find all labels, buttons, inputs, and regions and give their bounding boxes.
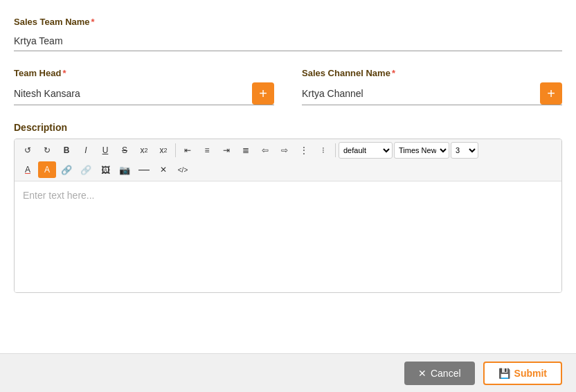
- team-head-label: Team Head*: [14, 68, 274, 78]
- submit-icon: 💾: [498, 368, 510, 379]
- font-bg-button[interactable]: A: [38, 161, 56, 178]
- italic-button[interactable]: I: [77, 142, 95, 159]
- sales-channel-add-button[interactable]: +: [540, 82, 562, 105]
- toolbar-separator-2: [335, 143, 336, 157]
- description-editor: ↺ ↻ B I U S x2 x2 ⇤ ≡ ⇥ ≣ ⇦ ⇨ ⋮ ⁝: [14, 139, 562, 293]
- align-left-button[interactable]: ⇤: [179, 142, 197, 159]
- sales-channel-input[interactable]: [302, 84, 534, 103]
- image-button[interactable]: 🖼: [96, 161, 114, 178]
- clear-format-button[interactable]: ✕: [154, 161, 172, 178]
- subscript-button[interactable]: x2: [135, 142, 153, 159]
- redo-button[interactable]: ↻: [38, 142, 56, 159]
- video-button[interactable]: 📷: [116, 161, 134, 178]
- cancel-icon: ✕: [418, 368, 426, 379]
- align-justify-button[interactable]: ≣: [237, 142, 255, 159]
- editor-body[interactable]: Enter text here...: [15, 181, 561, 292]
- undo-button[interactable]: ↺: [19, 142, 37, 159]
- indent-decrease-button[interactable]: ⇦: [256, 142, 274, 159]
- unlink-button[interactable]: 🔗: [77, 161, 95, 178]
- link-button[interactable]: 🔗: [57, 161, 75, 178]
- indent-increase-button[interactable]: ⇨: [276, 142, 294, 159]
- font-size-select[interactable]: 3 1 2 4 5 6: [451, 142, 478, 159]
- align-right-button[interactable]: ⇥: [217, 142, 235, 159]
- superscript-button[interactable]: x2: [154, 142, 172, 159]
- sales-channel-label: Sales Channel Name*: [302, 68, 562, 78]
- font-select[interactable]: Times New Arial Verdana: [394, 142, 449, 159]
- toolbar-separator-1: [175, 143, 176, 157]
- editor-placeholder: Enter text here...: [23, 190, 95, 201]
- sales-team-name-label: Sales Team Name*: [14, 17, 562, 27]
- hr-button[interactable]: —: [135, 161, 153, 178]
- description-label: Description: [14, 122, 562, 133]
- font-color-button[interactable]: A: [19, 161, 37, 178]
- ordered-list-button[interactable]: ⁝: [314, 142, 332, 159]
- sales-team-name-input[interactable]: [14, 31, 562, 51]
- bold-button[interactable]: B: [57, 142, 75, 159]
- cancel-button[interactable]: ✕ Cancel: [404, 362, 475, 385]
- strikethrough-button[interactable]: S: [116, 142, 134, 159]
- format-select[interactable]: default Heading 1 Heading 2 Paragraph: [339, 142, 393, 159]
- align-center-button[interactable]: ≡: [198, 142, 216, 159]
- team-head-input[interactable]: [14, 84, 246, 103]
- submit-button[interactable]: 💾 Submit: [483, 362, 562, 385]
- bullet-list-button[interactable]: ⋮: [295, 142, 313, 159]
- footer-bar: ✕ Cancel 💾 Submit: [0, 353, 576, 392]
- code-button[interactable]: </>: [174, 161, 192, 178]
- team-head-add-button[interactable]: +: [252, 82, 274, 105]
- underline-button[interactable]: U: [96, 142, 114, 159]
